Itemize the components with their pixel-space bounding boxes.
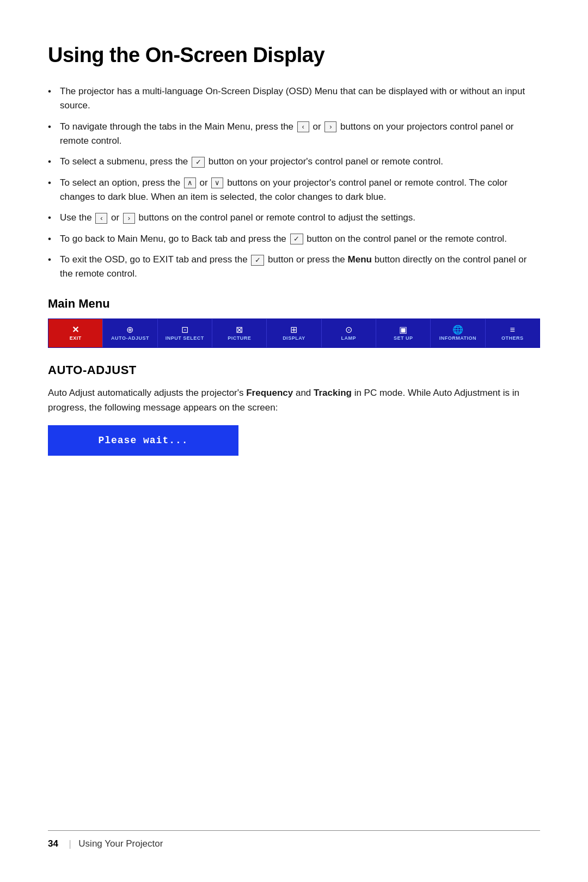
list-item: Use the ‹ or › buttons on the control pa… (48, 211, 540, 225)
display-icon: ⊞ (290, 326, 297, 334)
bullet-text: To navigate through the tabs in the Main… (60, 121, 514, 146)
down-arrow-btn: ∨ (211, 177, 223, 188)
list-item: The projector has a multi-language On-Sc… (48, 84, 540, 113)
list-item: To go back to Main Menu, go to Back tab … (48, 232, 540, 246)
menu-item-auto-adjust[interactable]: ⊕ AUTO-ADJUST (103, 319, 157, 347)
input-select-label: INPUT SELECT (166, 335, 204, 341)
picture-icon: ⊠ (236, 326, 243, 334)
left-arrow-btn-2: ‹ (95, 213, 107, 224)
list-item: To select an option, press the ∧ or ∨ bu… (48, 176, 540, 205)
footer-page-number: 34 (48, 838, 58, 849)
list-item: To select a submenu, press the ✓ button … (48, 155, 540, 169)
menu-item-input-select[interactable]: ⊡ INPUT SELECT (158, 319, 212, 347)
setup-icon: ▣ (399, 326, 407, 334)
exit-label: EXIT (70, 335, 82, 341)
lamp-label: LAMP (341, 335, 357, 341)
auto-adjust-body: Auto Adjust automatically adjusts the pr… (48, 386, 540, 415)
setup-label: SET UP (394, 335, 413, 341)
menu-item-information[interactable]: 🌐 INFORMATION (431, 319, 485, 347)
bullet-text: To select a submenu, press the ✓ button … (60, 156, 443, 167)
display-label: DISPLAY (283, 335, 305, 341)
bullet-text: To select an option, press the ∧ or ∨ bu… (60, 177, 507, 202)
left-arrow-btn: ‹ (297, 121, 309, 132)
bullet-text: Use the ‹ or › buttons on the control pa… (60, 212, 415, 223)
menu-item-display[interactable]: ⊞ DISPLAY (267, 319, 321, 347)
tracking-bold: Tracking (314, 388, 352, 398)
footer-text: Using Your Projector (78, 838, 163, 849)
right-arrow-btn: › (324, 121, 336, 132)
bullet-text: The projector has a multi-language On-Sc… (60, 86, 525, 111)
exit-icon: ✕ (72, 326, 79, 334)
menu-item-exit[interactable]: ✕ EXIT (48, 319, 103, 347)
please-wait-text: Please wait... (98, 435, 188, 446)
lamp-icon: ⊙ (345, 326, 352, 334)
menu-bold: Menu (348, 254, 372, 265)
menu-item-picture[interactable]: ⊠ PICTURE (212, 319, 267, 347)
menu-bar: ✕ EXIT ⊕ AUTO-ADJUST ⊡ INPUT SELECT ⊠ PI… (48, 318, 540, 348)
up-arrow-btn: ∧ (184, 177, 196, 188)
check-btn-2: ✓ (290, 234, 303, 244)
others-label: OTHERS (501, 335, 524, 341)
please-wait-box: Please wait... (48, 425, 238, 456)
others-icon: ≡ (510, 326, 515, 334)
page-content: Using the On-Screen Display The projecto… (0, 0, 588, 517)
picture-label: PICTURE (228, 335, 251, 341)
input-select-icon: ⊡ (181, 326, 188, 334)
bullet-text: To go back to Main Menu, go to Back tab … (60, 234, 507, 244)
auto-adjust-label: AUTO-ADJUST (111, 335, 149, 341)
page-footer: 34 | Using Your Projector (48, 830, 540, 849)
menu-item-lamp[interactable]: ⊙ LAMP (322, 319, 376, 347)
menu-item-others[interactable]: ≡ OTHERS (486, 319, 540, 347)
frequency-bold: Frequency (246, 388, 293, 398)
check-btn-3: ✓ (251, 255, 264, 266)
check-btn: ✓ (192, 157, 205, 168)
footer-divider: | (69, 838, 71, 849)
auto-adjust-heading: AUTO-ADJUST (48, 363, 540, 377)
information-label: INFORMATION (439, 335, 476, 341)
main-menu-heading: Main Menu (48, 297, 540, 311)
menu-item-setup[interactable]: ▣ SET UP (376, 319, 431, 347)
list-item: To exit the OSD, go to EXIT tab and pres… (48, 253, 540, 281)
bullet-list: The projector has a multi-language On-Sc… (48, 84, 540, 281)
list-item: To navigate through the tabs in the Main… (48, 120, 540, 149)
right-arrow-btn-2: › (123, 213, 135, 224)
bullet-text: To exit the OSD, go to EXIT tab and pres… (60, 254, 526, 279)
auto-adjust-icon: ⊕ (126, 326, 133, 334)
information-icon: 🌐 (452, 326, 463, 334)
page-title: Using the On-Screen Display (48, 44, 540, 67)
